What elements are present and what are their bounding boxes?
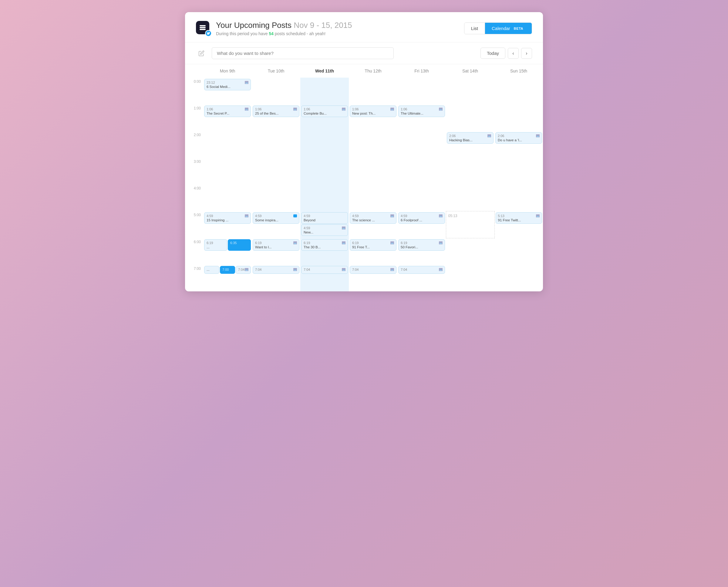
time-row-1: 1:00 1:06 The Secret P... 1:06 25 of the…: [185, 104, 543, 131]
event-title: 6 Social Medi...: [207, 85, 248, 89]
event-card[interactable]: 6:19 50 Favori...: [398, 239, 445, 251]
event-card[interactable]: 6:19 ...: [204, 239, 227, 251]
cell-fri-1: 1:06 The Ultimate...: [397, 104, 446, 131]
day-header-thu: Thu 12th: [349, 64, 397, 78]
event-time: 1:06: [304, 107, 345, 111]
event-card[interactable]: 6:19 91 Free T...: [350, 239, 396, 251]
list-view-button[interactable]: List: [464, 23, 485, 34]
time-column-header: [185, 64, 203, 78]
time-label-5: 5:00: [185, 211, 203, 238]
event-title: Beyond: [304, 218, 345, 222]
event-card[interactable]: 1:06 The Secret P...: [204, 105, 251, 117]
image-icon: [439, 108, 442, 111]
event-card[interactable]: 4:59 New...: [301, 225, 348, 236]
today-button[interactable]: Today: [480, 48, 505, 59]
cell-sun-4: [495, 184, 543, 211]
event-card[interactable]: 4:59 15 Inspiring ...: [204, 212, 251, 224]
cell-mon-7: ... 7:00 7:04: [203, 265, 252, 291]
event-card[interactable]: 4:59 The science ...: [350, 212, 396, 224]
event-card[interactable]: 6:19 The 30 B...: [301, 239, 348, 251]
event-card[interactable]: ...: [204, 266, 219, 274]
event-card[interactable]: 1:06 Complete Bu...: [301, 105, 348, 117]
calendar-view-button[interactable]: Calendar BETA: [485, 23, 532, 34]
subtitle-before: During this period you have: [216, 31, 268, 36]
event-time: 4:59: [304, 226, 345, 230]
event-card[interactable]: 23:12 6 Social Medi...: [204, 79, 251, 90]
svg-rect-0: [200, 25, 206, 26]
event-time: 6:19: [207, 241, 225, 245]
header-left: Your Upcoming Posts Nov 9 - 15, 2015 Dur…: [196, 21, 352, 36]
toolbar: Today ‹ ›: [185, 43, 543, 64]
day-header-sat: Sat 14th: [446, 64, 495, 78]
cell-tue-5: 4:59 Some inspira...: [252, 211, 300, 238]
event-card[interactable]: 1:06 New post: Th...: [350, 105, 396, 117]
event-card[interactable]: 4:59 Beyond: [301, 212, 348, 224]
cell-sun-7: [495, 265, 543, 291]
event-title: 50 Favori...: [401, 245, 442, 249]
event-time: 1:06: [401, 107, 442, 111]
image-icon: [245, 108, 248, 111]
time-label-7: 7:00: [185, 265, 203, 291]
time-row-4: 4:00: [185, 184, 543, 211]
time-row-5: 5:00 4:59 15 Inspiring ... 4:59 Some ins…: [185, 211, 543, 238]
cell-mon-5: 4:59 15 Inspiring ...: [203, 211, 252, 238]
prev-week-button[interactable]: ‹: [508, 48, 519, 59]
cell-sat-5-dashed: 05:13: [446, 211, 495, 238]
svg-rect-1: [200, 27, 206, 28]
event-title: The Secret P...: [207, 112, 248, 115]
next-week-button[interactable]: ›: [521, 48, 532, 59]
cell-thu-7: 7:04: [349, 265, 397, 291]
day-header-mon: Mon 9th: [203, 64, 252, 78]
nav-controls: Today ‹ ›: [480, 48, 532, 59]
image-icon: [390, 268, 394, 271]
date-range: Nov 9 - 15, 2015: [294, 21, 352, 30]
event-title: The 30 B...: [304, 245, 345, 249]
image-icon: [293, 268, 297, 271]
cell-wed-7: 7:04: [300, 265, 349, 291]
event-title: Do u have a 'l...: [498, 138, 540, 142]
cell-thu-1: 1:06 New post: Th...: [349, 104, 397, 131]
event-card-blue[interactable]: 7:00: [220, 266, 235, 274]
image-icon: [439, 214, 442, 217]
cell-tue-0: [252, 78, 300, 104]
cell-sat-7: [446, 265, 495, 291]
event-time: 4:59: [304, 214, 345, 218]
event-card[interactable]: 7:04: [253, 266, 299, 274]
image-icon: [487, 134, 491, 137]
event-card[interactable]: 6:19 Want to l...: [253, 239, 299, 251]
image-icon: [245, 81, 248, 84]
cell-fri-0: [397, 78, 446, 104]
event-card[interactable]: 7:04: [398, 266, 445, 274]
image-icon: [390, 108, 394, 111]
event-card[interactable]: 1:06 25 of the Bes...: [253, 105, 299, 117]
cell-fri-5: 4:59 6 Foolproof ...: [397, 211, 446, 238]
event-card-blue[interactable]: 6:35: [228, 239, 251, 251]
event-card[interactable]: 2:06 Do u have a 'l...: [495, 132, 542, 144]
day-header-sun: Sun 15th: [495, 64, 543, 78]
event-card[interactable]: 7:04: [301, 266, 348, 274]
event-card[interactable]: 2:06 Hacking Bias...: [447, 132, 494, 144]
cell-mon-3: [203, 158, 252, 184]
cell-fri-7: 7:04: [397, 265, 446, 291]
header-title: Your Upcoming Posts Nov 9 - 15, 2015 Dur…: [216, 21, 352, 36]
event-card[interactable]: 4:59 Some inspira...: [253, 212, 299, 224]
edit-icon[interactable]: [196, 48, 207, 59]
image-icon: [293, 241, 297, 244]
cell-sat-2: 2:06 Hacking Bias...: [446, 131, 495, 158]
logo-area: [196, 21, 211, 36]
event-title: New...: [304, 230, 345, 234]
cell-wed-6: 6:19 The 30 B...: [300, 238, 349, 265]
cell-mon-0: 23:12 6 Social Medi...: [203, 78, 252, 104]
event-card[interactable]: 1:06 The Ultimate...: [398, 105, 445, 117]
event-title: The science ...: [352, 218, 394, 222]
twitter-icon: [293, 214, 297, 217]
image-icon: [536, 134, 540, 137]
event-title: Hacking Bias...: [449, 138, 491, 142]
event-card[interactable]: 5:13 91 Free Twitt...: [496, 212, 542, 224]
event-card[interactable]: 7:04: [350, 266, 396, 274]
time-row-6: 6:00 6:19 ... 6:35: [185, 238, 543, 265]
search-input[interactable]: [212, 47, 394, 59]
event-card[interactable]: 4:59 6 Foolproof ...: [398, 212, 445, 224]
event-time: 4:59: [352, 214, 394, 218]
event-card[interactable]: 7:04: [236, 266, 251, 274]
